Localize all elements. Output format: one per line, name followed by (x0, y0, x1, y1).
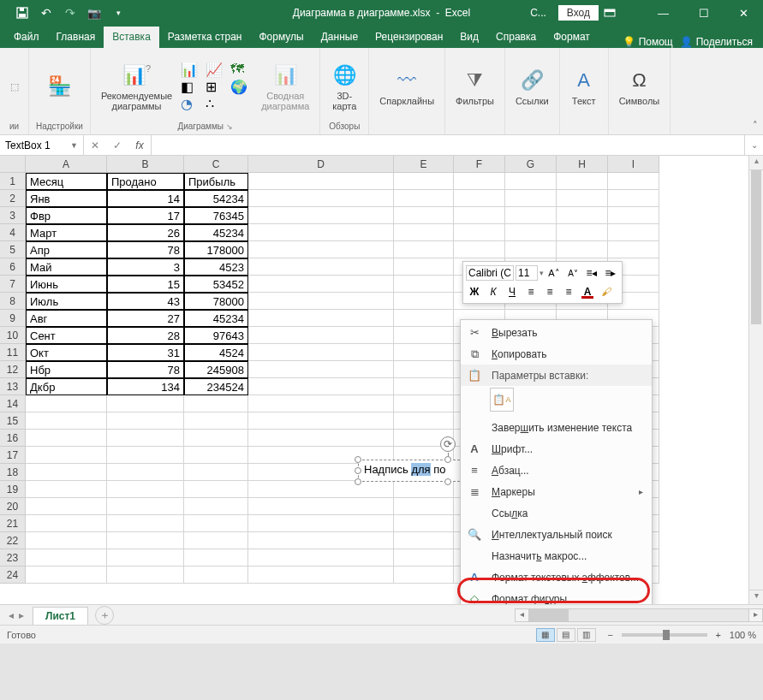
sparklines-button[interactable]: 〰Спарклайны (376, 65, 438, 108)
cell[interactable] (394, 293, 454, 310)
font-family-input[interactable] (466, 265, 514, 281)
save-icon[interactable] (15, 6, 29, 20)
tab-data[interactable]: Данные (313, 27, 367, 48)
menu-text-effects[interactable]: АФормат текстовых эффектов... (461, 567, 652, 588)
row-header[interactable]: 19 (0, 481, 26, 498)
cell[interactable]: 78 (107, 361, 184, 378)
cell[interactable] (505, 224, 557, 241)
cell[interactable] (505, 207, 557, 224)
cell[interactable]: 3 (107, 258, 184, 276)
resize-handle[interactable] (355, 456, 361, 463)
add-sheet-button[interactable]: ＋ (95, 606, 114, 625)
cell[interactable]: 53452 (184, 276, 248, 293)
tab-view[interactable]: Вид (451, 27, 487, 48)
cell[interactable] (608, 173, 659, 190)
cell[interactable]: Прибыль (184, 173, 248, 190)
cell[interactable]: Продано (107, 173, 184, 190)
cell[interactable]: 54234 (184, 190, 248, 207)
cell[interactable] (248, 361, 394, 378)
cell[interactable] (394, 224, 454, 241)
share-button[interactable]: 👤 Поделиться (680, 36, 753, 48)
row-header[interactable]: 18 (0, 464, 26, 481)
cell[interactable] (248, 293, 394, 310)
cell[interactable] (557, 241, 608, 258)
zoom-slider[interactable] (622, 633, 707, 637)
cell[interactable] (184, 515, 248, 532)
qat-dropdown-icon[interactable]: ▾ (111, 6, 125, 20)
row-header[interactable]: 14 (0, 395, 26, 412)
chart-pie-icon[interactable]: ◔ (181, 96, 203, 111)
resize-handle[interactable] (355, 467, 361, 474)
cell[interactable] (454, 241, 505, 258)
row-header[interactable]: 6 (0, 258, 26, 276)
cell[interactable] (394, 395, 454, 412)
text-button[interactable]: AТекст (567, 65, 601, 108)
chart-hierarchy-icon[interactable]: ◧ (181, 79, 203, 94)
cell[interactable] (184, 549, 248, 567)
cell[interactable] (26, 532, 107, 549)
illustrations-button[interactable]: ⬚ (0, 71, 32, 102)
chart-line-icon[interactable]: 📈 (206, 62, 228, 77)
row-header[interactable]: 8 (0, 293, 26, 310)
redo-icon[interactable]: ↷ (63, 6, 77, 20)
cell[interactable] (394, 207, 454, 224)
cell[interactable] (184, 481, 248, 498)
collapse-ribbon-icon[interactable]: ˄ (753, 120, 758, 131)
chart-map-icon[interactable]: 🗺 (230, 62, 253, 77)
ribbon-display-button[interactable] (604, 0, 642, 26)
cell[interactable] (454, 190, 505, 207)
cell[interactable] (248, 412, 394, 430)
login-button[interactable]: Вход (558, 5, 599, 21)
cell[interactable] (454, 207, 505, 224)
cell[interactable] (394, 173, 454, 190)
cell[interactable] (505, 190, 557, 207)
undo-icon[interactable]: ↶ (39, 6, 53, 20)
menu-smart-lookup[interactable]: 🔍Интеллектуальный поиск (461, 524, 652, 545)
row-header[interactable]: 4 (0, 224, 26, 241)
tab-review[interactable]: Рецензирован (367, 27, 451, 48)
cell[interactable] (26, 412, 107, 430)
view-page-layout-icon[interactable]: ▤ (557, 628, 575, 642)
zoom-out-button[interactable]: − (605, 630, 617, 640)
cell[interactable] (248, 344, 394, 361)
cell[interactable] (107, 481, 184, 498)
cell[interactable] (454, 173, 505, 190)
row-header[interactable]: 5 (0, 241, 26, 258)
format-painter-icon[interactable]: 🖌 (598, 283, 615, 300)
align-left-icon[interactable]: ≡ (522, 283, 539, 300)
name-box[interactable]: TextBox 1▼ (0, 135, 84, 155)
column-header[interactable]: G (505, 156, 557, 173)
cell[interactable] (248, 378, 394, 395)
cell[interactable] (505, 241, 557, 258)
column-header[interactable]: D (248, 156, 394, 173)
column-header[interactable]: C (184, 156, 248, 173)
menu-font[interactable]: АШрифт... (461, 438, 652, 460)
cell[interactable] (107, 430, 184, 447)
horizontal-scrollbar[interactable]: ◂▸ (515, 608, 763, 622)
resize-handle[interactable] (444, 456, 451, 463)
row-header[interactable]: 1 (0, 173, 26, 190)
3d-map-button[interactable]: 🌐3D- карта (327, 60, 361, 113)
cell[interactable]: 4524 (184, 344, 248, 361)
fx-icon[interactable]: fx (128, 139, 151, 151)
cell[interactable] (505, 173, 557, 190)
grow-font-icon[interactable]: A˄ (545, 264, 563, 282)
links-button[interactable]: 🔗Ссылки (512, 65, 552, 108)
view-normal-icon[interactable]: ▦ (536, 628, 555, 642)
cell[interactable] (26, 395, 107, 412)
cell[interactable]: 78 (107, 241, 184, 258)
cell[interactable]: 76345 (184, 207, 248, 224)
cell[interactable]: 97643 (184, 327, 248, 344)
row-header[interactable]: 10 (0, 327, 26, 344)
cell[interactable]: 28 (107, 327, 184, 344)
cell[interactable] (248, 498, 394, 515)
row-header[interactable]: 12 (0, 361, 26, 378)
row-header[interactable]: 24 (0, 567, 26, 584)
chart-column-icon[interactable]: 📊 (181, 62, 203, 77)
pivot-chart-button[interactable]: 📊Сводная диаграмма (258, 60, 313, 113)
cell[interactable] (248, 395, 394, 412)
align-center-icon[interactable]: ≡ (541, 283, 558, 300)
cell[interactable] (394, 378, 454, 395)
column-header[interactable]: E (394, 156, 454, 173)
column-header[interactable]: H (557, 156, 608, 173)
